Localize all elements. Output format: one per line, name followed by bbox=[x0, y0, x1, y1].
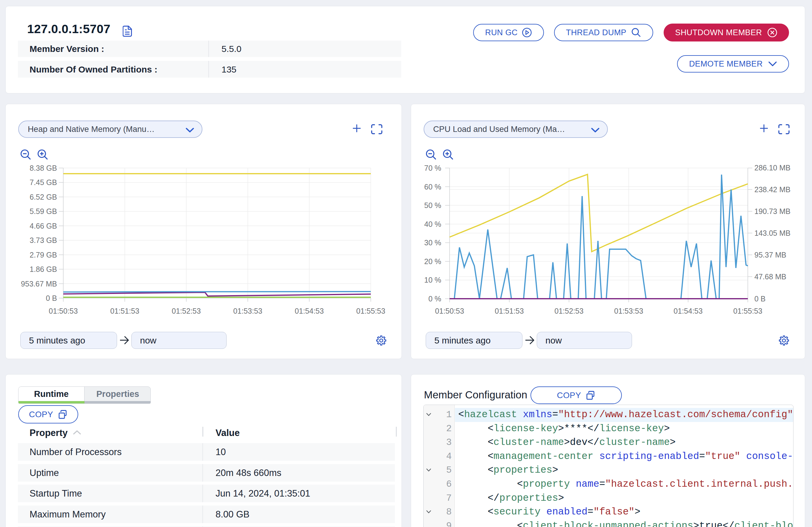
svg-text:6.52 GB: 6.52 GB bbox=[30, 193, 57, 201]
svg-text:40 %: 40 % bbox=[424, 220, 441, 228]
svg-text:01:55:53: 01:55:53 bbox=[733, 307, 762, 315]
svg-text:60 %: 60 % bbox=[424, 182, 441, 191]
svg-text:01:53:53: 01:53:53 bbox=[614, 307, 643, 315]
svg-text:0 B: 0 B bbox=[46, 294, 57, 302]
svg-text:4.66 GB: 4.66 GB bbox=[30, 222, 57, 230]
svg-text:95.37 MB: 95.37 MB bbox=[754, 251, 786, 259]
svg-text:5.59 GB: 5.59 GB bbox=[30, 207, 57, 216]
svg-text:953.67 MB: 953.67 MB bbox=[21, 280, 57, 288]
svg-text:70 %: 70 % bbox=[424, 164, 441, 172]
svg-text:01:55:53: 01:55:53 bbox=[356, 307, 385, 315]
svg-text:01:54:53: 01:54:53 bbox=[295, 307, 323, 315]
svg-text:1.86 GB: 1.86 GB bbox=[30, 265, 57, 273]
svg-text:143.05 MB: 143.05 MB bbox=[754, 229, 791, 237]
svg-text:238.42 MB: 238.42 MB bbox=[754, 185, 791, 194]
svg-text:47.68 MB: 47.68 MB bbox=[754, 273, 786, 281]
svg-text:10 %: 10 % bbox=[424, 276, 441, 284]
svg-text:50 %: 50 % bbox=[424, 201, 441, 209]
svg-text:0 B: 0 B bbox=[754, 294, 766, 303]
svg-text:01:51:53: 01:51:53 bbox=[110, 307, 139, 315]
svg-text:7.45 GB: 7.45 GB bbox=[30, 178, 57, 187]
svg-text:01:53:53: 01:53:53 bbox=[233, 307, 262, 315]
svg-text:01:50:53: 01:50:53 bbox=[49, 307, 78, 315]
svg-text:01:50:53: 01:50:53 bbox=[435, 307, 464, 315]
svg-text:0 %: 0 % bbox=[429, 294, 441, 303]
svg-text:01:54:53: 01:54:53 bbox=[673, 307, 702, 315]
svg-text:2.79 GB: 2.79 GB bbox=[30, 251, 57, 259]
svg-text:286.10 MB: 286.10 MB bbox=[754, 163, 791, 172]
svg-text:01:51:53: 01:51:53 bbox=[495, 307, 524, 315]
svg-text:190.73 MB: 190.73 MB bbox=[754, 207, 791, 216]
svg-text:3.73 GB: 3.73 GB bbox=[30, 236, 57, 245]
svg-text:20 %: 20 % bbox=[424, 257, 441, 266]
svg-text:01:52:53: 01:52:53 bbox=[554, 307, 583, 315]
svg-text:30 %: 30 % bbox=[424, 238, 441, 247]
svg-text:8.38 GB: 8.38 GB bbox=[30, 164, 57, 172]
svg-text:01:52:53: 01:52:53 bbox=[172, 307, 201, 315]
